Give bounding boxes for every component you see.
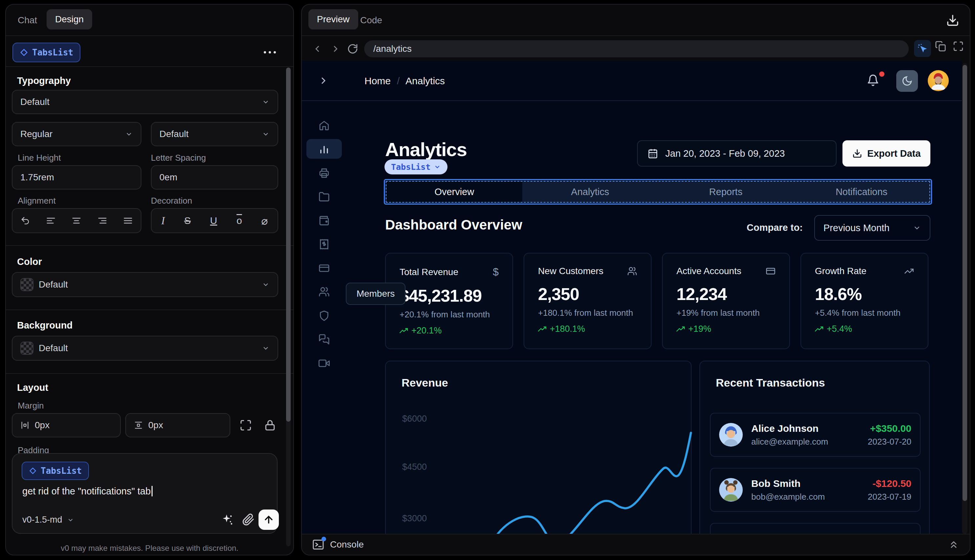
italic-icon[interactable]: I — [161, 215, 165, 227]
margin-y-input[interactable]: 0px — [125, 413, 230, 437]
sidebar-credit-card-icon[interactable] — [319, 263, 330, 274]
stat-value: 18.6% — [815, 284, 914, 304]
line-height-label: Line Height — [18, 153, 61, 163]
margin-expand-icon[interactable] — [239, 419, 252, 432]
breadcrumb-separator: / — [397, 75, 399, 87]
transaction-row[interactable]: Alice Johnson alice@example.com +$350.00… — [710, 413, 920, 457]
preview-scrollbar-thumb[interactable] — [963, 65, 967, 501]
margin-lock-icon[interactable] — [264, 419, 276, 432]
chevrons-up-icon[interactable] — [948, 539, 959, 550]
transaction-row-partial[interactable] — [710, 523, 920, 535]
line-height-input[interactable]: 1.75rem — [12, 165, 141, 190]
selected-element-chip[interactable]: TabsList — [384, 159, 447, 175]
transaction-meta: -$120.50 2023-07-19 — [868, 478, 912, 502]
strikethrough-icon[interactable]: S — [184, 215, 190, 226]
composer-component-chip[interactable]: TabsList — [22, 462, 89, 480]
transaction-date: 2023-07-20 — [868, 437, 912, 447]
tab-code[interactable]: Code — [360, 15, 382, 25]
breadcrumb-home[interactable]: Home — [364, 75, 391, 87]
user-avatar[interactable] — [928, 70, 949, 91]
tab-notifications[interactable]: Notifications — [793, 182, 929, 202]
font-weight-select[interactable]: Regular — [12, 122, 141, 146]
selected-component-label: TabsList — [32, 48, 73, 57]
sidebar-users-icon[interactable] — [319, 286, 330, 297]
tabs-list-selected: Overview Analytics Reports Notifications — [384, 179, 932, 205]
font-family-select[interactable]: Default — [12, 90, 278, 114]
date-range-button[interactable]: Jan 20, 2023 - Feb 09, 2023 — [637, 140, 836, 167]
font-size-select[interactable]: Default — [151, 122, 278, 146]
color-select[interactable]: Default — [12, 272, 278, 297]
model-select[interactable]: v0-1.5-md — [22, 515, 74, 525]
underline-icon[interactable]: U — [210, 215, 217, 226]
sidebar-invoice-icon[interactable] — [319, 168, 330, 179]
tab-reports[interactable]: Reports — [658, 182, 794, 202]
sidebar-wallet-icon[interactable] — [319, 215, 330, 226]
send-button[interactable] — [259, 510, 279, 530]
trend-up-icon — [399, 328, 408, 334]
nav-back-icon[interactable] — [312, 44, 322, 54]
transaction-row[interactable]: Bob Smith bob@example.com -$120.50 2023-… — [710, 468, 920, 512]
sidebar-bar-chart-icon[interactable] — [319, 143, 330, 155]
divider — [6, 373, 293, 374]
color-heading: Color — [17, 257, 42, 267]
users-icon — [627, 266, 637, 276]
sidebar-messages-icon[interactable] — [319, 334, 330, 345]
no-decoration-icon[interactable]: ⌀ — [262, 215, 268, 227]
font-weight-value: Regular — [20, 129, 52, 139]
stat-trend: +19% — [688, 324, 711, 334]
align-center-icon[interactable] — [72, 216, 81, 225]
console-bar[interactable]: Console — [302, 534, 970, 555]
tab-analytics[interactable]: Analytics — [522, 182, 658, 202]
fullscreen-icon[interactable] — [953, 41, 964, 52]
left-panel-scrollbar-thumb[interactable] — [286, 68, 290, 422]
attachment-paperclip-icon[interactable] — [242, 513, 255, 526]
url-input[interactable]: /analytics — [364, 40, 909, 57]
copy-icon[interactable] — [935, 41, 946, 52]
stat-card-new-customers: New Customers 2,350 +180.1% from last mo… — [524, 253, 651, 349]
sidebar-home-icon[interactable] — [319, 120, 330, 131]
more-menu-icon[interactable] — [264, 51, 276, 53]
stat-title: New Customers — [538, 266, 603, 277]
margin-label: Margin — [18, 401, 43, 411]
trending-up-icon — [904, 266, 914, 276]
prompt-input[interactable]: get rid of the "notifications" tab — [22, 486, 152, 497]
component-diamond-icon — [20, 48, 28, 57]
moon-icon — [902, 75, 913, 87]
undo-icon[interactable] — [20, 216, 30, 225]
align-left-icon[interactable] — [46, 216, 56, 225]
nav-forward-icon[interactable] — [331, 44, 341, 54]
breadcrumb-current[interactable]: Analytics — [406, 75, 445, 87]
compare-select[interactable]: Previous Month — [814, 215, 930, 241]
inspect-cursor-icon — [917, 43, 928, 54]
margin-x-input[interactable]: 0px — [12, 413, 121, 437]
trend-up-icon — [538, 326, 546, 332]
export-data-button[interactable]: Export Data — [843, 140, 930, 167]
selected-component-chip[interactable]: TabsList — [12, 43, 80, 62]
letter-spacing-input[interactable]: 0em — [151, 165, 278, 190]
bell-icon[interactable] — [867, 74, 879, 87]
overline-icon[interactable]: o — [237, 215, 242, 226]
browser-bar: /analytics — [302, 37, 970, 61]
align-justify-icon[interactable] — [123, 216, 133, 225]
tab-preview[interactable]: Preview — [308, 9, 358, 30]
sidebar-folder-icon[interactable] — [319, 191, 330, 202]
tab-overview[interactable]: Overview — [386, 182, 522, 202]
download-icon — [852, 148, 862, 158]
stat-trend: +180.1% — [550, 324, 585, 334]
sidebar-receipt-icon[interactable] — [319, 239, 330, 250]
tab-chat[interactable]: Chat — [18, 15, 37, 25]
background-select[interactable]: Default — [12, 336, 278, 361]
stat-value: $45,231.89 — [399, 286, 499, 305]
sidebar-expand-icon[interactable] — [318, 75, 329, 86]
download-icon[interactable] — [946, 14, 959, 27]
design-inspect-button[interactable] — [914, 40, 931, 57]
enhance-sparkles-icon[interactable] — [221, 513, 234, 527]
tab-design[interactable]: Design — [47, 9, 92, 30]
sidebar-shield-icon[interactable] — [319, 310, 330, 321]
refresh-icon[interactable] — [347, 43, 358, 55]
align-right-icon[interactable] — [97, 216, 107, 225]
sidebar-video-icon[interactable] — [319, 358, 330, 369]
dark-mode-toggle[interactable] — [896, 70, 918, 92]
prompt-composer[interactable]: TabsList get rid of the "notifications" … — [12, 453, 277, 534]
background-value: Default — [39, 343, 68, 353]
